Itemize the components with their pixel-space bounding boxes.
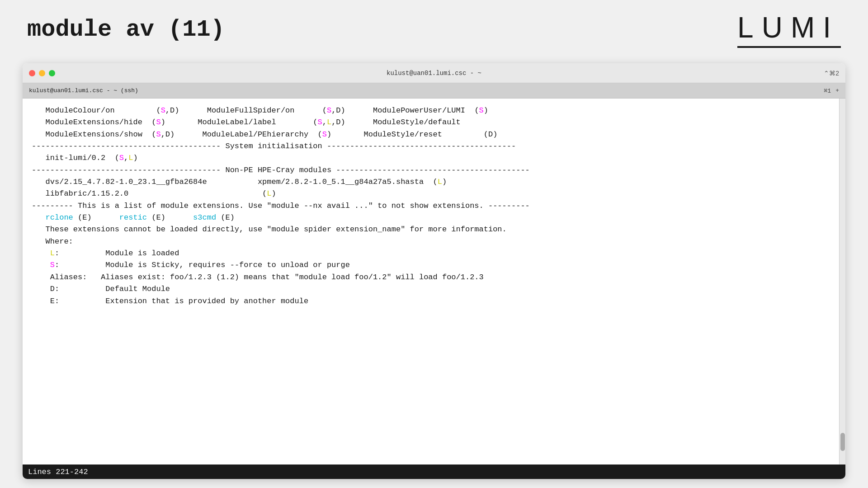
terminal-line: Where: bbox=[32, 236, 836, 248]
terminal-line: These extensions cannot be loaded direct… bbox=[32, 224, 836, 235]
terminal-line: ----------------------------------------… bbox=[32, 164, 836, 176]
terminal-line: E: Extension that is provided by another… bbox=[32, 296, 836, 307]
tab-sub-title: kulust@uan01.lumi.csc - ~ (ssh) bbox=[29, 87, 138, 94]
title-bar-text: kulust@uan01.lumi.csc - ~ bbox=[387, 70, 481, 77]
terminal-line: S: Module is Sticky, requires --force to… bbox=[32, 259, 836, 271]
terminal-line: ModuleExtensions/hide (S) ModuleLabel/la… bbox=[32, 117, 836, 128]
status-text: Lines 221-242 bbox=[28, 468, 88, 476]
window-buttons bbox=[29, 70, 55, 76]
scrollbar-thumb[interactable] bbox=[840, 433, 845, 451]
minimize-button[interactable] bbox=[39, 70, 45, 76]
terminal-line: rclone (E) restic (E) s3cmd (E) bbox=[32, 212, 836, 224]
terminal-line: Aliases: Aliases exist: foo/1.2.3 (1.2) … bbox=[32, 272, 836, 283]
terminal-line: D: Default Module bbox=[32, 283, 836, 295]
terminal-line: L: Module is loaded bbox=[32, 248, 836, 259]
tab-bar-right: ⌘1 + bbox=[824, 87, 839, 94]
terminal-window: kulust@uan01.lumi.csc - ~ ⌃⌘2 kulust@uan… bbox=[23, 63, 845, 479]
status-bar: Lines 221-242 bbox=[23, 465, 845, 479]
scrollbar[interactable] bbox=[839, 99, 845, 465]
tab-number[interactable]: ⌘1 bbox=[824, 87, 831, 94]
tab-add-button[interactable]: + bbox=[835, 87, 839, 94]
terminal-line: ----------------------------------------… bbox=[32, 141, 836, 152]
terminal-line: init-lumi/0.2 (S,L) bbox=[32, 152, 836, 164]
terminal-line: libfabric/1.15.2.0 (L) bbox=[32, 188, 836, 200]
page-title: module av (11) bbox=[27, 16, 225, 43]
terminal-line: ModuleColour/on (S,D) ModuleFullSpider/o… bbox=[32, 105, 836, 117]
terminal-content: ModuleColour/on (S,D) ModuleFullSpider/o… bbox=[23, 99, 845, 465]
maximize-button[interactable] bbox=[49, 70, 55, 76]
terminal-line: --------- This is a list of module exten… bbox=[32, 200, 836, 212]
tab-bar: kulust@uan01.lumi.csc - ~ (ssh) ⌘1 + bbox=[23, 83, 845, 99]
lumi-logo: LUMI bbox=[737, 11, 841, 48]
title-bar-shortcut: ⌃⌘2 bbox=[824, 70, 839, 77]
terminal-line: dvs/2.15_4.7.82-1.0_23.1__gfba2684e xpme… bbox=[32, 176, 836, 188]
terminal-line: ModuleExtensions/show (S,D) ModuleLabel/… bbox=[32, 129, 836, 141]
page-header: module av (11) LUMI bbox=[0, 0, 868, 59]
title-bar: kulust@uan01.lumi.csc - ~ ⌃⌘2 bbox=[23, 63, 845, 83]
close-button[interactable] bbox=[29, 70, 35, 76]
